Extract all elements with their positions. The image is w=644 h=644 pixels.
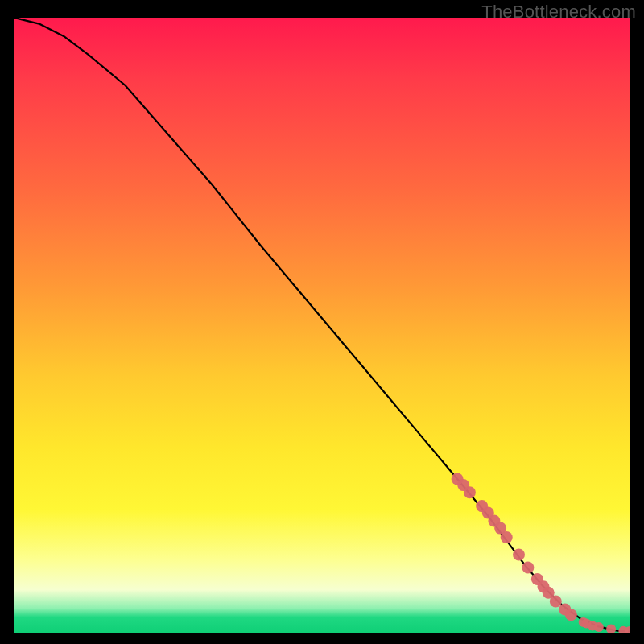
- marker-dot: [513, 549, 525, 561]
- chart-stage: TheBottleneck.com: [0, 0, 644, 644]
- chart-svg: [14, 18, 630, 633]
- marker-dot: [464, 486, 476, 498]
- marker-dot: [606, 624, 616, 633]
- marker-dot: [522, 562, 534, 574]
- marker-dot: [550, 596, 562, 608]
- main-curve: [14, 18, 630, 632]
- marker-dot: [565, 609, 577, 621]
- plot-area: [14, 18, 630, 633]
- marker-dot: [594, 622, 604, 632]
- marker-dot: [501, 531, 513, 543]
- highlight-markers: [452, 473, 630, 634]
